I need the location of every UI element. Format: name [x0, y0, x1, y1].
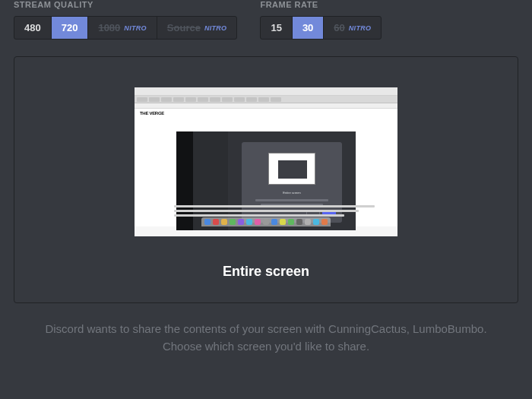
quality-source-button[interactable]: SourceNITRO	[157, 17, 237, 39]
screen-preview-caption: Entire screen	[223, 264, 309, 280]
quality-1080-button[interactable]: 1080NITRO	[88, 17, 157, 39]
stream-quality-group: STREAM QUALITY 480 720 1080NITRO SourceN…	[14, 0, 237, 40]
frame-rate-label: FRAME RATE	[260, 0, 382, 9]
share-prompt-line1: Discord wants to share the contents of y…	[23, 320, 509, 337]
quality-720-button[interactable]: 720	[52, 17, 89, 39]
nitro-badge: NITRO	[124, 24, 147, 32]
settings-row: STREAM QUALITY 480 720 1080NITRO SourceN…	[0, 0, 532, 40]
quality-480-button[interactable]: 480	[14, 17, 52, 39]
stream-quality-label: STREAM QUALITY	[14, 0, 237, 9]
framerate-15-button[interactable]: 15	[261, 17, 292, 39]
framerate-60-button[interactable]: 60NITRO	[324, 17, 381, 39]
share-prompt-line2: Choose which screen you'd like to share.	[23, 337, 509, 355]
framerate-30-button[interactable]: 30	[293, 17, 324, 39]
nitro-badge: NITRO	[204, 24, 227, 32]
stream-quality-segmented: 480 720 1080NITRO SourceNITRO	[14, 16, 237, 40]
screen-thumbnail[interactable]: THE VERGE Entire screen	[135, 87, 397, 236]
share-prompt-text: Discord wants to share the contents of y…	[0, 320, 532, 356]
nitro-badge: NITRO	[349, 24, 372, 32]
screen-preview-panel: THE VERGE Entire screen	[14, 56, 518, 303]
frame-rate-segmented: 15 30 60NITRO	[260, 16, 382, 40]
frame-rate-group: FRAME RATE 15 30 60NITRO	[260, 0, 382, 40]
